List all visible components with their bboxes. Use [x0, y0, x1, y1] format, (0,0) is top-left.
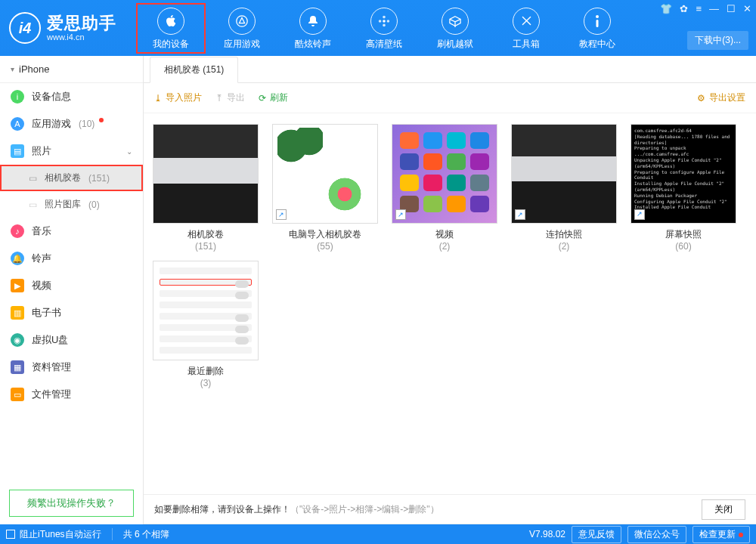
check-update-button[interactable]: 检查更新	[692, 526, 750, 543]
download-status-button[interactable]: 下载中(3)...	[687, 31, 748, 50]
device-selector[interactable]: ▾ iPhone	[0, 56, 143, 83]
sidebar-item-videos[interactable]: ▶视频	[0, 272, 143, 299]
close-icon[interactable]: ✕	[743, 3, 751, 14]
shortcut-icon: ↗	[634, 209, 645, 220]
album-item[interactable]: ↗连拍快照(2)	[510, 124, 618, 252]
tab-camera-roll[interactable]: 相机胶卷 (151)	[150, 57, 238, 83]
badge-dot	[99, 118, 104, 122]
album-grid: 相机胶卷(151) ↗电脑导入相机胶卷(55) ↗视频(2) ↗连拍快照(2) …	[151, 124, 748, 388]
shortcut-icon: ↗	[276, 209, 287, 220]
sidebar-item-ebooks[interactable]: ▥电子书	[0, 299, 143, 326]
appstore-icon: A	[11, 117, 24, 131]
nav-wallpapers[interactable]: 高清壁纸	[349, 3, 419, 54]
flower-icon	[370, 8, 398, 35]
import-icon: ⤓	[154, 93, 162, 104]
import-photos-button[interactable]: ⤓导入照片	[154, 91, 202, 104]
music-icon: ♪	[11, 224, 24, 238]
tip-bar: 如要删除相簿，请到设备上操作！ （"设备->照片->相簿->编辑->删除"） 关…	[144, 494, 756, 524]
nav-tutorials[interactable]: 教程中心	[562, 3, 632, 54]
refresh-icon: ⟳	[259, 93, 266, 104]
info-icon	[584, 8, 611, 35]
album-thumb: com.camsfree.afc2d-64 [Reading database.…	[631, 124, 736, 224]
export-button[interactable]: ⤒导出	[215, 91, 245, 104]
main-nav: 我的设备 应用游戏 酷炫铃声 高清壁纸 刷机越狱 工具箱 教程中心	[136, 3, 632, 54]
app-name: 爱思助手	[47, 14, 116, 32]
nav-jailbreak[interactable]: 刷机越狱	[420, 3, 490, 54]
app-site: www.i4.cn	[47, 32, 116, 42]
sidebar-item-camera-roll[interactable]: ▭ 相机胶卷 (151)	[0, 165, 143, 191]
bell-icon	[299, 8, 327, 35]
apple-icon	[157, 8, 184, 35]
menu-icon[interactable]: ≡	[696, 3, 702, 14]
sidebar-item-ringtones[interactable]: 🔔铃声	[0, 245, 143, 272]
minimize-icon[interactable]: —	[709, 3, 719, 14]
itunes-block-checkbox[interactable]: 阻止iTunes自动运行	[6, 528, 101, 541]
folder-icon: ▭	[11, 388, 24, 401]
refresh-button[interactable]: ⟳刷新	[259, 91, 288, 104]
sidebar-item-data-mgmt[interactable]: ▦资料管理	[0, 354, 143, 381]
app-header: i4 爱思助手 www.i4.cn 我的设备 应用游戏 酷炫铃声 高清壁纸 刷机…	[0, 0, 756, 56]
box-icon	[442, 8, 469, 35]
svg-point-5	[387, 20, 390, 23]
sidebar: ▾ iPhone i设备信息 A应用游戏 (10) ▤照片⌄ ▭ 相机胶卷 (1…	[0, 56, 144, 524]
svg-point-6	[596, 15, 599, 18]
folder-icon: ▭	[29, 173, 37, 184]
nav-my-device[interactable]: 我的设备	[136, 3, 206, 54]
chevron-down-icon: ▾	[11, 65, 14, 73]
version-label: V7.98.02	[529, 529, 565, 539]
sidebar-item-apps[interactable]: A应用游戏 (10)	[0, 110, 143, 138]
data-icon: ▦	[11, 360, 24, 374]
maximize-icon[interactable]: ☐	[727, 3, 736, 14]
shortcut-icon: ↗	[395, 209, 406, 220]
nav-tools[interactable]: 工具箱	[491, 3, 561, 54]
chevron-down-icon: ⌄	[126, 147, 132, 156]
appstore-icon	[228, 8, 256, 35]
album-item[interactable]: com.camsfree.afc2d-64 [Reading database.…	[629, 124, 738, 252]
sidebar-item-udisk[interactable]: ◉虚拟U盘	[0, 326, 143, 354]
info-icon: i	[11, 90, 24, 104]
album-item[interactable]: 相机胶卷(151)	[151, 124, 260, 252]
app-logo: i4 爱思助手 www.i4.cn	[0, 12, 129, 44]
sidebar-item-device-info[interactable]: i设备信息	[0, 83, 143, 110]
album-thumb	[153, 124, 259, 224]
wechat-button[interactable]: 微信公众号	[627, 526, 686, 543]
album-item[interactable]: ↗视频(2)	[390, 124, 499, 252]
nav-apps[interactable]: 应用游戏	[207, 3, 277, 54]
svg-rect-7	[596, 20, 599, 27]
album-thumb: ↗	[392, 124, 497, 224]
book-icon: ▥	[11, 306, 24, 320]
export-icon: ⤒	[215, 93, 223, 104]
sidebar-item-photo-library[interactable]: ▭ 照片图库 (0)	[0, 191, 143, 218]
folder-icon: ▭	[29, 199, 37, 210]
main-panel: 相机胶卷 (151) ⤓导入照片 ⤒导出 ⟳刷新 ⚙导出设置 相机胶卷(151)…	[144, 56, 756, 524]
bell-icon: 🔔	[11, 252, 24, 265]
shortcut-icon: ↗	[515, 209, 525, 220]
tshirt-icon[interactable]: 👕	[660, 3, 672, 14]
sidebar-item-photos[interactable]: ▤照片⌄	[0, 138, 143, 165]
svg-point-2	[383, 15, 386, 18]
status-bar: 阻止iTunes自动运行 共 6 个相簿 V7.98.02 意见反馈 微信公众号…	[0, 524, 756, 544]
feedback-button[interactable]: 意见反馈	[572, 526, 621, 543]
svg-point-3	[383, 23, 386, 26]
toolbar: ⤓导入照片 ⤒导出 ⟳刷新 ⚙导出设置	[144, 83, 756, 113]
video-icon: ▶	[11, 279, 24, 292]
close-button[interactable]: 关闭	[702, 499, 745, 520]
album-thumb: ↗	[272, 124, 378, 224]
tab-row: 相机胶卷 (151)	[144, 56, 756, 83]
album-count-label: 共 6 个相簿	[123, 528, 169, 541]
album-item[interactable]: ↗电脑导入相机胶卷(55)	[271, 124, 380, 252]
tip-text: 如要删除相簿，请到设备上操作！	[154, 503, 290, 516]
album-item[interactable]: 最近删除(3)	[151, 261, 260, 388]
sidebar-item-music[interactable]: ♪音乐	[0, 218, 143, 245]
gear-icon: ⚙	[697, 93, 705, 104]
faq-banner[interactable]: 频繁出现操作失败？	[9, 490, 134, 517]
logo-icon: i4	[9, 12, 41, 44]
settings-icon[interactable]: ✿	[680, 3, 688, 14]
album-thumb	[153, 261, 259, 360]
photos-icon: ▤	[11, 144, 24, 158]
disk-icon: ◉	[11, 333, 24, 347]
sidebar-item-file-mgmt[interactable]: ▭文件管理	[0, 381, 143, 408]
checkbox-icon	[6, 530, 15, 539]
export-settings-button[interactable]: ⚙导出设置	[697, 91, 745, 104]
nav-ringtones[interactable]: 酷炫铃声	[278, 3, 348, 54]
